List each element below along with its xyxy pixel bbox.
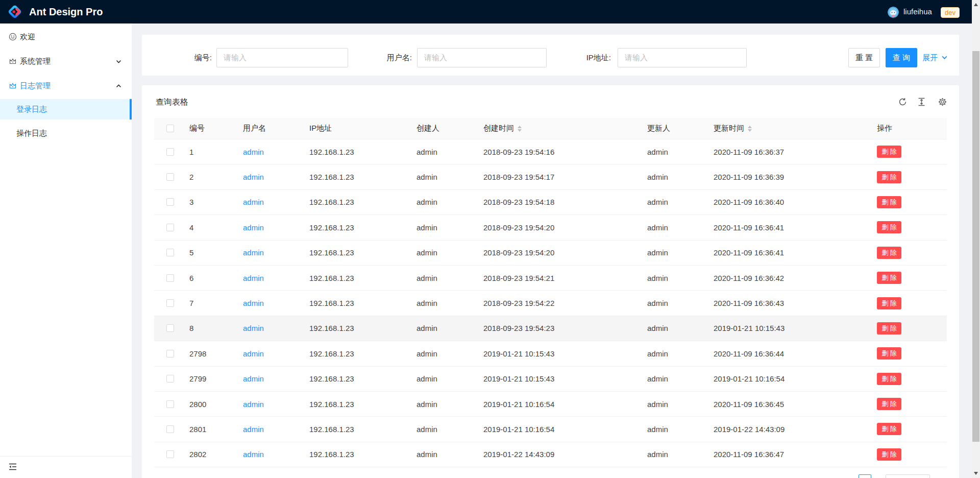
cell-ip: 192.168.1.23 xyxy=(301,367,408,391)
cell-updated: 2020-11-09 16:36:40 xyxy=(705,190,869,214)
top-header-bar: Ant Design Pro liufeihua dev xyxy=(0,0,972,23)
username-link[interactable]: admin xyxy=(243,450,264,459)
row-checkbox[interactable] xyxy=(166,350,174,357)
row-checkbox[interactable] xyxy=(166,299,174,307)
delete-button[interactable]: 删 除 xyxy=(877,448,901,461)
row-checkbox[interactable] xyxy=(166,148,174,156)
app-title: Ant Design Pro xyxy=(29,0,103,23)
row-checkbox[interactable] xyxy=(166,375,174,383)
col-header-ip: IP地址 xyxy=(301,118,408,139)
cell-updated: 2020-11-09 16:36:44 xyxy=(705,341,869,366)
delete-button[interactable]: 删 除 xyxy=(877,347,901,360)
cell-created: 2019-01-21 10:15:43 xyxy=(475,367,639,391)
delete-button[interactable]: 删 除 xyxy=(877,247,901,259)
row-checkbox[interactable] xyxy=(166,400,174,408)
query-button[interactable]: 查 询 xyxy=(886,48,917,67)
scrollbar-thumb[interactable] xyxy=(972,51,979,442)
field-label-id: 编号: xyxy=(153,48,212,67)
pagination-page-1[interactable] xyxy=(859,474,871,478)
cell-created: 2018-09-23 19:54:20 xyxy=(475,215,639,240)
cell-updated: 2020-11-09 16:36:41 xyxy=(705,241,869,265)
delete-button[interactable]: 删 除 xyxy=(877,272,901,284)
delete-button[interactable]: 删 除 xyxy=(877,423,901,435)
cell-creator: admin xyxy=(408,291,475,315)
username-link[interactable]: admin xyxy=(243,274,264,282)
cell-updated: 2020-11-09 16:36:47 xyxy=(705,442,869,467)
cell-creator: admin xyxy=(408,392,475,416)
username-link[interactable]: admin xyxy=(243,173,264,181)
menu-fold-icon[interactable] xyxy=(8,462,17,471)
row-checkbox[interactable] xyxy=(166,173,174,181)
scrollbar-down-arrow[interactable] xyxy=(974,472,978,475)
col-header-updater: 更新人 xyxy=(639,118,705,139)
username-link[interactable]: admin xyxy=(243,248,264,257)
cell-ip: 192.168.1.23 xyxy=(301,291,408,315)
sidebar-item-system-mgmt[interactable]: 系统管理 xyxy=(0,51,132,71)
username-link[interactable]: admin xyxy=(243,324,264,332)
col-header-created[interactable]: 创建时间 xyxy=(475,118,639,139)
table-row: 2799admin192.168.1.23admin2019-01-21 10:… xyxy=(154,367,947,392)
cell-updater: admin xyxy=(639,417,705,441)
id-input[interactable]: 请输入 xyxy=(216,48,348,67)
cell-updated: 2019-01-22 14:43:09 xyxy=(705,417,869,441)
row-checkbox[interactable] xyxy=(166,425,174,433)
cell-created: 2018-09-23 19:54:22 xyxy=(475,291,639,315)
username-link[interactable]: admin xyxy=(243,198,264,206)
username-link[interactable]: admin xyxy=(243,148,264,156)
username-link[interactable]: admin xyxy=(243,299,264,307)
app-root: Ant Design Pro liufeihua dev 欢迎 xyxy=(0,0,980,478)
delete-button[interactable]: 删 除 xyxy=(877,322,901,334)
chevron-down-icon xyxy=(116,59,121,64)
delete-button[interactable]: 删 除 xyxy=(877,221,901,233)
chevron-down-icon xyxy=(941,54,948,61)
sidebar: 欢迎 系统管理 日志管理 登录日志 操作日志 xyxy=(0,23,132,478)
username-link[interactable]: admin xyxy=(243,223,264,232)
pagination-size-select[interactable] xyxy=(886,474,930,478)
delete-button[interactable]: 删 除 xyxy=(877,196,901,208)
cell-id: 8 xyxy=(181,316,235,341)
sidebar-item-login-log[interactable]: 登录日志 xyxy=(0,99,132,119)
row-checkbox[interactable] xyxy=(166,249,174,256)
table-row: 2admin192.168.1.23admin2018-09-23 19:54:… xyxy=(154,164,947,189)
delete-button[interactable]: 删 除 xyxy=(877,146,901,158)
username-input[interactable]: 请输入 xyxy=(417,48,547,67)
scrollbar-up-arrow[interactable] xyxy=(974,3,978,6)
browser-scrollbar[interactable] xyxy=(972,0,980,478)
row-checkbox[interactable] xyxy=(166,274,174,282)
row-checkbox[interactable] xyxy=(166,324,174,332)
sidebar-item-operation-log[interactable]: 操作日志 xyxy=(0,123,132,144)
cell-updater: admin xyxy=(639,392,705,416)
sorter-icon[interactable] xyxy=(518,126,522,132)
col-header-updated[interactable]: 更新时间 xyxy=(705,118,869,139)
username-link[interactable]: admin xyxy=(243,400,264,409)
username-link[interactable]: admin xyxy=(243,425,264,434)
cell-ip: 192.168.1.23 xyxy=(301,215,408,240)
cell-updater: admin xyxy=(639,190,705,214)
column-height-icon[interactable] xyxy=(917,98,926,106)
cell-creator: admin xyxy=(408,164,475,189)
user-avatar[interactable] xyxy=(888,7,899,18)
ip-input[interactable]: 请输入 xyxy=(618,48,747,67)
username-link[interactable]: admin xyxy=(243,349,264,358)
cell-created: 2018-09-23 19:54:20 xyxy=(475,241,639,265)
cell-id: 1 xyxy=(181,139,235,164)
expand-toggle[interactable]: 展开 xyxy=(922,48,948,67)
reload-icon[interactable] xyxy=(898,98,907,106)
cell-created: 2018-09-23 19:54:16 xyxy=(475,139,639,164)
settings-gear-icon[interactable] xyxy=(938,98,947,106)
header-username[interactable]: liufeihua xyxy=(903,0,932,23)
select-all-checkbox[interactable] xyxy=(166,125,174,132)
cell-id: 6 xyxy=(181,266,235,290)
delete-button[interactable]: 删 除 xyxy=(877,171,901,183)
sorter-icon[interactable] xyxy=(748,126,752,132)
username-link[interactable]: admin xyxy=(243,374,264,383)
row-checkbox[interactable] xyxy=(166,224,174,231)
delete-button[interactable]: 删 除 xyxy=(877,297,901,309)
reset-button[interactable]: 重 置 xyxy=(848,48,880,67)
row-checkbox[interactable] xyxy=(166,198,174,206)
sidebar-item-welcome[interactable]: 欢迎 xyxy=(0,27,132,47)
delete-button[interactable]: 删 除 xyxy=(877,373,901,385)
sidebar-item-log-mgmt[interactable]: 日志管理 xyxy=(0,76,132,96)
delete-button[interactable]: 删 除 xyxy=(877,398,901,410)
row-checkbox[interactable] xyxy=(166,450,174,458)
